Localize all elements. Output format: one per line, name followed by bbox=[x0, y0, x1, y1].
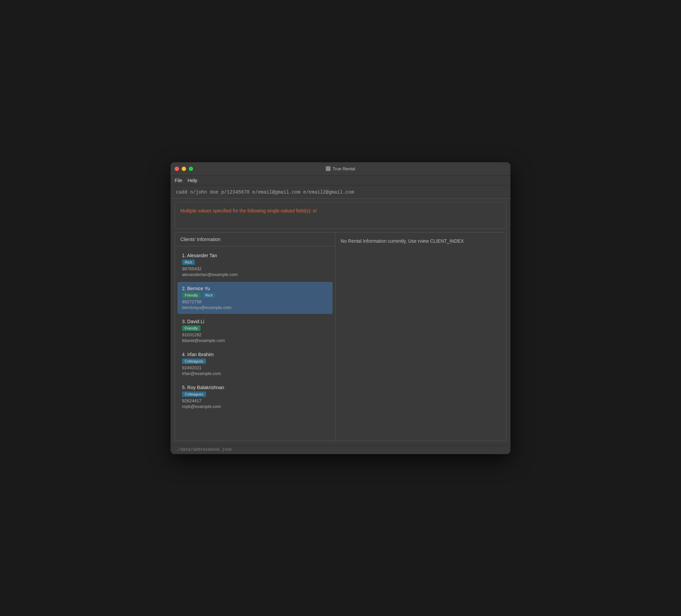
maximize-button[interactable] bbox=[189, 167, 193, 171]
client-card[interactable]: 5. Roy BalakrishnanColleagues92624417roy… bbox=[178, 381, 332, 413]
clients-panel: Clients' Information 1. Alexander TanRic… bbox=[175, 232, 335, 441]
client-tags: FriendlyRich bbox=[182, 293, 328, 298]
client-tags: Friendly bbox=[182, 325, 328, 331]
minimize-button[interactable] bbox=[182, 167, 186, 171]
menu-file[interactable]: File bbox=[175, 178, 182, 183]
menubar: File Help bbox=[171, 176, 510, 186]
app-icon bbox=[326, 166, 330, 171]
status-path: ./data/addressbook.json bbox=[176, 447, 232, 452]
clients-header: Clients' Information bbox=[175, 232, 335, 246]
client-tags: Colleagues bbox=[182, 359, 328, 364]
client-tag: Friendly bbox=[182, 293, 201, 298]
titlebar: True Rental bbox=[171, 162, 510, 176]
client-tag: Friendly bbox=[182, 325, 201, 331]
client-phone: 91031282 bbox=[182, 332, 328, 337]
rental-panel: No Rental Information currently, Use rvi… bbox=[335, 232, 507, 441]
client-tag: Rich bbox=[182, 260, 195, 265]
main-content: Clients' Information 1. Alexander TanRic… bbox=[175, 232, 506, 441]
menu-help[interactable]: Help bbox=[188, 178, 198, 183]
client-email: lidavid@example.com bbox=[182, 338, 328, 343]
client-email: berniceyu@example.com bbox=[182, 305, 328, 310]
client-card[interactable]: 2. Bernice YuFriendlyRich99272758bernice… bbox=[178, 282, 332, 314]
error-message: Multiple values specified for the follow… bbox=[180, 208, 317, 214]
client-name: 4. Irfan Ibrahim bbox=[182, 352, 328, 357]
client-phone: 98765432 bbox=[182, 266, 328, 271]
client-phone: 92624417 bbox=[182, 398, 328, 403]
error-panel: Multiple values specified for the follow… bbox=[175, 202, 506, 229]
command-input[interactable] bbox=[176, 190, 505, 195]
command-bar bbox=[171, 186, 510, 199]
app-window: True Rental File Help Multiple values sp… bbox=[171, 162, 510, 454]
close-button[interactable] bbox=[175, 167, 179, 171]
client-tag: Rich bbox=[203, 293, 215, 298]
client-card[interactable]: 3. David LiFriendly91031282lidavid@examp… bbox=[178, 315, 332, 347]
client-tags: Colleagues bbox=[182, 392, 328, 397]
clients-list[interactable]: 1. Alexander TanRich98765432alexandertan… bbox=[175, 246, 335, 441]
client-card[interactable]: 1. Alexander TanRich98765432alexandertan… bbox=[178, 249, 332, 281]
client-phone: 92492021 bbox=[182, 365, 328, 370]
client-name: 1. Alexander Tan bbox=[182, 253, 328, 258]
client-email: royb@example.com bbox=[182, 404, 328, 409]
client-card[interactable]: 4. Irfan IbrahimColleagues92492021irfan@… bbox=[178, 348, 332, 380]
client-name: 5. Roy Balakrishnan bbox=[182, 385, 328, 390]
client-email: irfan@example.com bbox=[182, 371, 328, 376]
client-tags: Rich bbox=[182, 260, 328, 265]
window-title: True Rental bbox=[326, 166, 355, 171]
client-name: 2. Bernice Yu bbox=[182, 286, 328, 291]
client-phone: 99272758 bbox=[182, 299, 328, 304]
client-tag: Colleagues bbox=[182, 392, 206, 397]
rental-empty-message: No Rental Information currently, Use rvi… bbox=[341, 238, 464, 244]
client-name: 3. David Li bbox=[182, 319, 328, 324]
client-email: alexandertan@example.com bbox=[182, 272, 328, 277]
traffic-lights bbox=[175, 167, 193, 171]
statusbar: ./data/addressbook.json bbox=[171, 445, 510, 454]
client-tag: Colleagues bbox=[182, 359, 206, 364]
